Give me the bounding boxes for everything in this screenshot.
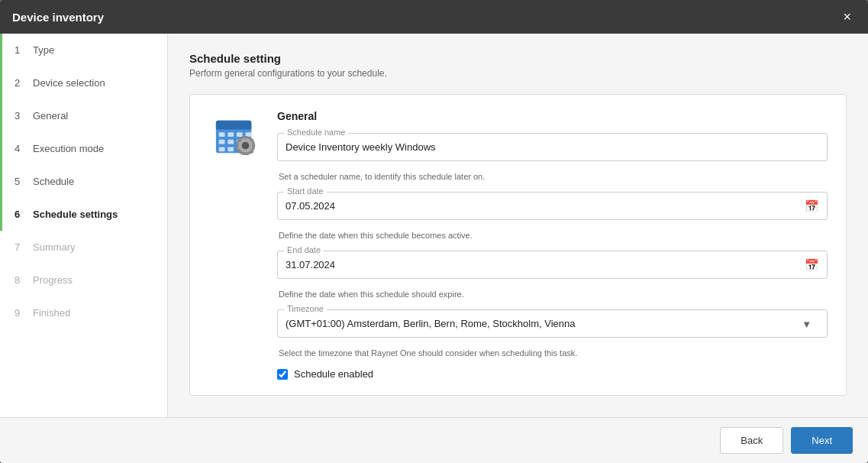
start-date-fieldset: Start date 📅 bbox=[277, 192, 828, 220]
end-date-label: End date bbox=[284, 245, 324, 254]
svg-rect-5 bbox=[237, 132, 243, 137]
sidebar-item-finished: 9 Finished bbox=[0, 296, 167, 329]
sidebar: 1 Type 2 Device selection 3 General 4 Ex… bbox=[0, 34, 168, 417]
sidebar-label-schedule: Schedule bbox=[33, 176, 74, 187]
svg-rect-7 bbox=[219, 140, 225, 144]
svg-point-14 bbox=[242, 142, 250, 150]
timezone-field: Timezone (GMT+01:00) Amsterdam, Berlin, … bbox=[277, 309, 828, 358]
sidebar-label-progress: Progress bbox=[33, 274, 73, 286]
step-num-1: 1 bbox=[15, 44, 25, 56]
svg-rect-18 bbox=[252, 144, 255, 147]
sidebar-label-execution-mode: Execution mode bbox=[33, 143, 104, 154]
back-button[interactable]: Back bbox=[720, 427, 783, 454]
end-date-fieldset: End date 📅 bbox=[277, 251, 828, 279]
page-title: Schedule setting bbox=[189, 52, 847, 65]
schedule-enabled-label[interactable]: Schedule enabled bbox=[294, 368, 373, 380]
sidebar-item-progress: 8 Progress bbox=[0, 264, 167, 296]
schedule-name-label: Schedule name bbox=[284, 128, 348, 137]
start-date-hint: Define the date when this schedule becom… bbox=[277, 231, 828, 240]
settings-card: General Schedule name Set a scheduler na… bbox=[189, 94, 847, 396]
card-section-title: General bbox=[277, 110, 828, 122]
sidebar-label-schedule-settings: Schedule settings bbox=[33, 209, 118, 220]
svg-rect-10 bbox=[219, 147, 225, 151]
timezone-select[interactable]: (GMT+01:00) Amsterdam, Berlin, Bern, Rom… bbox=[286, 316, 819, 331]
svg-rect-16 bbox=[244, 152, 247, 155]
close-button[interactable]: × bbox=[838, 8, 856, 25]
dialog-title: Device inventory bbox=[12, 11, 104, 24]
dialog: Device inventory × 1 Type 2 Device selec… bbox=[0, 0, 868, 463]
timezone-label: Timezone bbox=[284, 304, 327, 313]
end-date-input[interactable] bbox=[286, 257, 805, 272]
schedule-name-hint: Set a scheduler name, to identify this s… bbox=[277, 172, 828, 181]
start-date-input[interactable] bbox=[286, 199, 805, 213]
step-num-6: 6 bbox=[15, 209, 25, 220]
svg-rect-3 bbox=[219, 132, 225, 137]
end-date-field: End date 📅 Define the date when this sch… bbox=[277, 251, 828, 299]
svg-rect-2 bbox=[216, 126, 251, 129]
main-content: Schedule setting Perform general configu… bbox=[168, 34, 868, 417]
sidebar-label-summary: Summary bbox=[33, 241, 76, 253]
sidebar-item-execution-mode[interactable]: 4 Execution mode bbox=[0, 132, 167, 165]
dialog-header: Device inventory × bbox=[0, 0, 868, 34]
timezone-fieldset: Timezone (GMT+01:00) Amsterdam, Berlin, … bbox=[277, 309, 828, 338]
step-num-8: 8 bbox=[15, 274, 25, 286]
step-num-7: 7 bbox=[15, 241, 25, 253]
schedule-name-field: Schedule name Set a scheduler name, to i… bbox=[277, 133, 828, 181]
start-date-picker-icon[interactable]: 📅 bbox=[805, 199, 819, 213]
sidebar-label-device-selection: Device selection bbox=[33, 77, 105, 89]
step-num-2: 2 bbox=[15, 77, 25, 89]
card-body: General Schedule name Set a scheduler na… bbox=[277, 110, 828, 380]
sidebar-item-device-selection[interactable]: 2 Device selection bbox=[0, 66, 167, 99]
svg-rect-11 bbox=[227, 147, 234, 151]
svg-rect-8 bbox=[227, 140, 234, 144]
sidebar-item-summary: 7 Summary bbox=[0, 231, 167, 264]
card-icon bbox=[208, 110, 262, 380]
svg-rect-17 bbox=[236, 144, 239, 147]
end-date-hint: Define the date when this schedule shoul… bbox=[277, 290, 828, 299]
sidebar-item-schedule-settings[interactable]: 6 Schedule settings bbox=[0, 198, 167, 231]
step-num-5: 5 bbox=[15, 176, 25, 187]
schedule-name-input[interactable] bbox=[286, 140, 819, 154]
sidebar-label-finished: Finished bbox=[33, 307, 70, 319]
start-date-label: Start date bbox=[284, 186, 327, 196]
sidebar-item-type[interactable]: 1 Type bbox=[0, 34, 167, 66]
schedule-name-fieldset: Schedule name bbox=[277, 133, 828, 161]
schedule-enabled-checkbox[interactable] bbox=[277, 369, 288, 380]
sidebar-label-general: General bbox=[33, 110, 68, 121]
sidebar-label-type: Type bbox=[33, 44, 54, 56]
start-date-field: Start date 📅 Define the date when this s… bbox=[277, 192, 828, 240]
timezone-select-wrap: (GMT+01:00) Amsterdam, Berlin, Bern, Rom… bbox=[286, 316, 819, 331]
step-num-4: 4 bbox=[15, 143, 25, 154]
next-button[interactable]: Next bbox=[791, 427, 853, 454]
dialog-body: 1 Type 2 Device selection 3 General 4 Ex… bbox=[0, 34, 868, 417]
timezone-hint: Select the timezone that Raynet One shou… bbox=[277, 348, 828, 358]
sidebar-item-general[interactable]: 3 General bbox=[0, 99, 167, 132]
step-num-9: 9 bbox=[15, 307, 25, 319]
step-num-3: 3 bbox=[15, 110, 25, 121]
dialog-footer: Back Next bbox=[0, 417, 868, 463]
sidebar-item-schedule[interactable]: 5 Schedule bbox=[0, 165, 167, 198]
schedule-enabled-row: Schedule enabled bbox=[277, 368, 828, 380]
end-date-picker-icon[interactable]: 📅 bbox=[805, 258, 819, 272]
svg-rect-4 bbox=[227, 132, 234, 137]
svg-rect-15 bbox=[244, 136, 247, 139]
page-subtitle: Perform general configurations to your s… bbox=[189, 68, 847, 79]
